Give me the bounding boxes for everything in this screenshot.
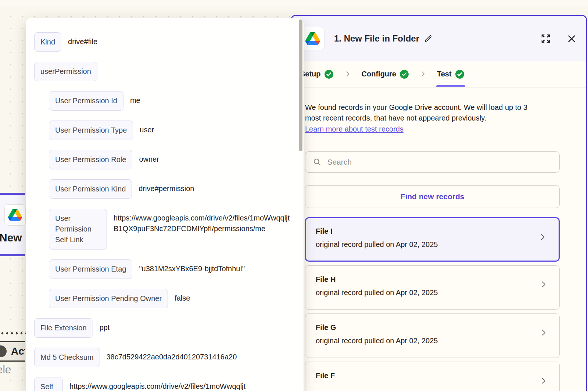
step-detail-panel: 1. New File in Folder Setu (290, 15, 587, 391)
field-label: Self Link (40, 383, 54, 391)
google-drive-icon (305, 32, 320, 45)
action-step-hint: Sele (0, 364, 11, 376)
field-label-chip: User Permission Role (49, 150, 132, 169)
test-record-card[interactable]: File F (305, 362, 560, 391)
field-label-chip: User Permission Etag (49, 259, 132, 279)
field-value: user (140, 121, 154, 135)
test-records-description: We found records in your Google Drive ac… (305, 102, 545, 123)
record-field-list: Kind drive#file userPermission User Perm… (34, 32, 294, 391)
close-panel-button[interactable] (567, 34, 577, 44)
record-name: File I (316, 227, 537, 236)
trigger-step-card[interactable]: New (0, 193, 25, 256)
test-record-card[interactable]: File G original record pulled on Apr 02,… (305, 313, 560, 358)
field-label: Md 5 Checksum (40, 353, 94, 361)
chevron-right-icon (419, 70, 427, 78)
record-name: File H (316, 275, 537, 284)
record-list: File I original record pulled on Apr 02,… (305, 217, 560, 391)
record-name: File F (316, 372, 537, 380)
tab-configure[interactable]: Configure (361, 61, 410, 87)
field-label-chip: User Permission Id (49, 91, 123, 111)
trigger-step-title: New (0, 232, 22, 244)
record-field-row: User Permission Id me (49, 91, 294, 111)
record-meta: original record pulled on Apr 02, 2025 (316, 288, 537, 297)
field-value: "u381M2sxYBx6E9-bjjtdTofnhuI" (139, 259, 245, 274)
field-label-chip: Self Link (34, 377, 63, 391)
step-header: 1. New File in Folder (291, 16, 586, 61)
find-new-records-button[interactable]: Find new records (305, 185, 560, 208)
edit-title-button[interactable] (424, 34, 433, 43)
action-step-label: Act (11, 345, 25, 357)
active-tab-underline (436, 85, 465, 87)
record-field-row: userPermission (34, 62, 294, 81)
field-value: drive#permission (139, 179, 194, 194)
field-label-chip: userPermission (34, 62, 97, 81)
record-field-row: User Permission Role owner (49, 150, 294, 169)
field-label: User Permission Etag (55, 265, 126, 273)
check-circle-icon (399, 69, 409, 79)
step-connector-dots (0, 331, 26, 335)
tab-test[interactable]: Test (436, 61, 465, 87)
field-label-chip: User Permission Kind (49, 179, 132, 199)
expand-panel-button[interactable] (540, 33, 551, 44)
field-value: drive#file (68, 32, 97, 47)
record-data-modal: Kind drive#file userPermission User Perm… (26, 18, 304, 391)
tab-label: Test (437, 61, 452, 87)
field-label: userPermission (40, 67, 91, 75)
close-icon (567, 34, 577, 44)
field-label-chip: File Extension (34, 318, 93, 338)
google-drive-icon-box (301, 27, 325, 50)
record-field-row: File Extension ppt (34, 318, 294, 338)
field-value: https://www.googleapis.com/drive/v2/file… (114, 209, 294, 234)
record-field-row: Self Link https://www.googleapis.com/dri… (34, 377, 294, 391)
record-field-row: User Permission Kind drive#permission (49, 179, 294, 199)
chevron-right-icon (344, 70, 351, 78)
field-label-chip: User Permission Self Link (49, 209, 107, 250)
fullscreen-icon (540, 33, 551, 44)
modal-scrollbar-thumb[interactable] (299, 19, 302, 151)
field-value: false (175, 289, 190, 304)
field-label: File Extension (40, 324, 87, 332)
field-label-chip: Md 5 Checksum (34, 348, 100, 367)
chevron-right-icon (539, 232, 547, 242)
record-field-row: User Permission Etag "u381M2sxYBx6E9-bjj… (49, 259, 294, 279)
field-label: Kind (40, 38, 55, 46)
search-input[interactable] (327, 158, 552, 166)
tab-label: Configure (362, 61, 396, 87)
action-step-card[interactable]: Act (0, 341, 25, 362)
check-circle-icon (455, 69, 465, 79)
tab-setup[interactable]: Setup (300, 61, 334, 87)
record-field-row: Kind drive#file (34, 32, 294, 52)
step-tabbar: Setup Configure Test (291, 61, 586, 87)
chevron-right-icon (539, 376, 548, 385)
field-value: ppt (100, 318, 110, 333)
field-label: User Permission Pending Owner (55, 294, 162, 302)
field-label: User Permission Kind (55, 185, 126, 193)
record-meta: original record pulled on Apr 02, 2025 (316, 337, 537, 345)
search-icon (313, 157, 322, 167)
field-label: User Permission Id (55, 97, 117, 105)
record-field-row: User Permission Type user (49, 121, 294, 140)
test-record-card[interactable]: File H original record pulled on Apr 02,… (305, 265, 560, 310)
field-value: owner (139, 150, 159, 165)
field-label-chip: User Permission Pending Owner (49, 289, 168, 308)
chevron-right-icon (539, 328, 548, 337)
pencil-icon (424, 34, 433, 43)
record-field-row: Md 5 Checksum 38c7d529422ae0da2d40120731… (34, 348, 294, 367)
record-field-row: User Permission Pending Owner false (49, 289, 294, 308)
field-label: User Permission Self Link (55, 214, 92, 244)
check-circle-icon (324, 69, 334, 79)
field-value: 38c7d529422ae0da2d40120731416a20 (107, 348, 237, 362)
canvas-top-divider (0, 0, 588, 5)
learn-more-link[interactable]: Learn more about test records (305, 124, 404, 134)
record-name: File G (316, 323, 537, 332)
test-record-card[interactable]: File I original record pulled on Apr 02,… (305, 217, 560, 262)
field-label-chip: User Permission Type (49, 121, 133, 140)
record-field-row: User Permission Self Link https://www.go… (49, 209, 294, 250)
google-drive-icon-box (4, 204, 26, 226)
chevron-right-icon (539, 280, 548, 289)
field-label-chip: Kind (34, 32, 61, 52)
test-tab-content: We found records in your Google Drive ac… (291, 87, 586, 391)
field-label: User Permission Role (55, 155, 126, 164)
record-search-box[interactable] (305, 151, 560, 173)
step-title: 1. New File in Folder (334, 33, 419, 44)
